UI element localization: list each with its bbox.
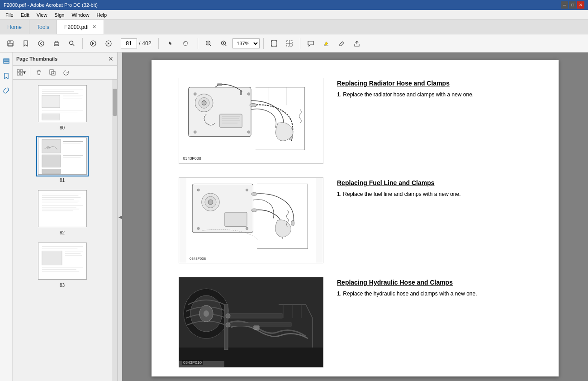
insert-pages-button[interactable] [47, 67, 58, 77]
zoom-out-button[interactable] [202, 37, 215, 50]
svg-rect-38 [42, 95, 59, 107]
page-number-input[interactable] [121, 38, 137, 48]
hand-tool-button[interactable] [179, 37, 192, 50]
zoom-select[interactable]: 137% 100% 125% 150% 200% [232, 38, 260, 48]
thumbnails-list: 80 [13, 80, 112, 381]
find-button[interactable] [65, 37, 79, 50]
panel-sep-1 [30, 68, 30, 76]
highlight-button[interactable] [319, 37, 333, 50]
body-hydraulic: 1. Replace the hydraulic hose and clamps… [337, 290, 531, 298]
rotate-pages-button[interactable] [60, 67, 72, 77]
total-pages: 402 [142, 40, 151, 47]
share-button[interactable] [350, 37, 364, 50]
insert-pages-icon [49, 69, 56, 76]
comment-button[interactable] [304, 37, 318, 50]
select-tool-icon [286, 40, 293, 47]
select-tool-button[interactable] [283, 37, 296, 50]
heading-hydraulic: Replacing Hydraulic Hose and Clamps [337, 279, 531, 286]
print-button[interactable] [50, 37, 63, 50]
prev-page-icon [90, 40, 96, 47]
markup-icon [338, 40, 345, 47]
pdf-content-area[interactable]: 0343F038 Replacing Radiator Hose and Cla… [122, 52, 588, 381]
svg-line-7 [73, 44, 75, 46]
thumb-label-80: 80 [60, 125, 65, 130]
thumb-svg-82 [38, 190, 86, 227]
thumb-wrapper-83[interactable] [36, 241, 89, 281]
bookmarks-panel-icon[interactable] [1, 71, 12, 81]
back-button[interactable] [34, 37, 48, 50]
markup-button[interactable] [335, 37, 348, 50]
panel-header: Page Thumbnails ✕ [13, 52, 117, 66]
svg-rect-98 [225, 212, 247, 226]
text-hydraulic: Replacing Hydraulic Hose and Clamps 1. R… [337, 277, 531, 367]
cursor-select-button[interactable] [164, 37, 178, 50]
close-panel-button[interactable]: ✕ [108, 55, 114, 62]
svg-point-3 [38, 41, 44, 46]
next-page-button[interactable] [102, 37, 115, 50]
thumbnail-page-82[interactable]: 82 [16, 188, 108, 235]
svg-point-96 [251, 209, 257, 212]
menu-window[interactable]: Window [68, 11, 93, 19]
thumbnail-page-80[interactable]: 80 [16, 83, 108, 130]
svg-point-102 [246, 227, 248, 229]
maximize-button[interactable]: □ [569, 1, 576, 9]
thumb-wrapper-82[interactable] [36, 188, 89, 229]
delete-pages-button[interactable] [33, 67, 45, 77]
svg-point-94 [208, 200, 213, 205]
tab-file[interactable]: F2000.pdf ✕ [57, 20, 104, 34]
thumb-wrapper-81[interactable] [36, 136, 89, 176]
hydraulic-photo: 0343P010 [179, 277, 323, 367]
zoom-in-button[interactable] [217, 37, 231, 50]
panel-scrollbar[interactable] [112, 80, 117, 381]
close-window-button[interactable]: ✕ [577, 1, 584, 9]
figure-caption-hydraulic: 0343P010 [182, 360, 203, 365]
pdf-page: 0343F038 Replacing Radiator Hose and Cla… [152, 60, 559, 376]
section-radiator-hose: 0343F038 Replacing Radiator Hose and Cla… [179, 78, 531, 164]
svg-rect-5 [55, 44, 58, 45]
thumbnail-page-83[interactable]: 83 [16, 241, 108, 288]
thumb-image-80 [38, 85, 87, 122]
panel-menu-button[interactable]: ▾ [15, 67, 27, 77]
svg-rect-2 [8, 43, 13, 46]
menu-sign[interactable]: Sign [51, 11, 68, 19]
thumb-wrapper-80[interactable] [36, 83, 89, 124]
svg-rect-27 [20, 70, 23, 72]
minimize-button[interactable]: ─ [561, 1, 568, 9]
menu-help[interactable]: Help [93, 11, 111, 19]
thumbnail-page-81[interactable]: 81 [16, 136, 108, 183]
menu-edit[interactable]: Edit [17, 11, 33, 19]
scrollbar-thumb[interactable] [113, 89, 117, 116]
tab-home-label: Home [7, 24, 22, 30]
svg-rect-26 [17, 70, 19, 72]
svg-rect-68 [42, 251, 62, 265]
find-icon [68, 40, 76, 47]
toolbar: / 402 137% 100% 12 [0, 34, 588, 52]
menu-file[interactable]: File [2, 11, 17, 19]
print-icon [53, 40, 60, 47]
svg-rect-77 [218, 84, 222, 86]
figure-radiator: 0343F038 [179, 78, 323, 164]
svg-point-95 [251, 192, 257, 195]
tab-close-button[interactable]: ✕ [92, 24, 96, 30]
svg-rect-53 [42, 169, 60, 173]
svg-point-81 [202, 100, 206, 105]
prev-page-button[interactable] [86, 37, 100, 50]
body-radiator: 1. Replace the radiator hose and clamps … [337, 90, 531, 99]
svg-line-22 [342, 42, 344, 43]
bookmark-button[interactable] [19, 37, 33, 50]
svg-point-86 [250, 103, 257, 107]
text-fuel: Replacing Fuel Line and Clamps 1. Replac… [337, 177, 531, 263]
attachments-panel-icon[interactable] [1, 85, 12, 96]
layers-icon[interactable] [1, 56, 12, 67]
svg-rect-1 [9, 41, 11, 43]
highlight-icon [322, 40, 330, 47]
menu-view[interactable]: View [33, 11, 51, 19]
fit-page-button[interactable] [267, 37, 281, 50]
collapse-panel-handle[interactable]: ◀ [118, 52, 122, 381]
tab-home[interactable]: Home [0, 20, 29, 34]
svg-point-100 [246, 189, 248, 191]
save-button[interactable] [4, 37, 17, 50]
hand-icon [182, 40, 189, 47]
svg-rect-54 [38, 190, 86, 227]
tab-tools[interactable]: Tools [29, 20, 57, 34]
